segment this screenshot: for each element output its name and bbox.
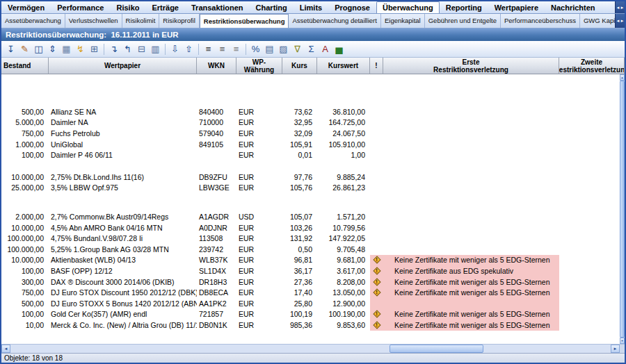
- column-header-waehrung[interactable]: WP-Währung: [236, 58, 282, 74]
- layout-icon[interactable]: ◫: [32, 42, 45, 56]
- cell-erste: Keine Zertifikate mit weniger als 5 EDG-…: [383, 309, 559, 320]
- column-header-zweite[interactable]: ZweiteRestriktionsverletzung: [559, 58, 625, 74]
- menu-item-transaktionen[interactable]: Transaktionen: [185, 1, 250, 13]
- tab-assetüberwachung-detailliert[interactable]: Assetüberwachung detailliert: [289, 14, 380, 28]
- edit-icon[interactable]: ✎: [18, 42, 31, 56]
- table-row[interactable]: 10,00Merck & Co. Inc. (New) / Altria Gro…: [1, 320, 620, 331]
- align-center-icon[interactable]: ≡: [216, 42, 229, 56]
- table-row[interactable]: 10.000,00Aktienbasket (WLB) 04/13WLB37KE…: [1, 255, 620, 266]
- table-row[interactable]: 1.000,00UniGlobal849105EUR105,91105.910,…: [1, 139, 620, 150]
- menu-item-charting[interactable]: Charting: [250, 1, 294, 13]
- sum-icon[interactable]: Σ: [305, 42, 318, 56]
- cell-kurs: 105,76: [282, 183, 317, 194]
- menu-item-vermögen[interactable]: Vermögen: [1, 1, 51, 13]
- column-header-wkn[interactable]: WKN: [197, 58, 236, 74]
- column-header-kurswert[interactable]: Kurswert: [317, 58, 370, 74]
- table-row[interactable]: 500,00DJ Euro STOXX 5 Bonus 1420 2012/12…: [1, 298, 620, 309]
- scroll-left-button[interactable]: ◄: [1, 345, 10, 353]
- tab-eigenkapital[interactable]: Eigenkapital: [381, 14, 425, 28]
- table-row[interactable]: 750,00DJ Euro STOX Discount 1950 2012/12…: [1, 287, 620, 298]
- horizontal-scrollbar[interactable]: ◄ ►: [1, 344, 625, 353]
- table-row[interactable]: 500,00Allianz SE NA840400EUR73,6236.810,…: [1, 106, 620, 117]
- vertical-scrollbar[interactable]: ▲ ▼: [620, 74, 625, 344]
- menu-item-reporting[interactable]: Reporting: [440, 1, 488, 13]
- cell-wertpapier: 4,75% Bundanl.V.98/07.28 Ii: [49, 233, 197, 244]
- vertical-scrollbar-thumb[interactable]: [620, 81, 625, 338]
- cell-wertpapier: Daimler NA: [49, 117, 197, 129]
- table-row[interactable]: 100.000,004,75% Bundanl.V.98/07.28 Ii113…: [1, 233, 620, 244]
- font-icon[interactable]: A: [319, 42, 332, 56]
- tab-verlustschwellen[interactable]: Verlustschwellen: [65, 14, 122, 28]
- cell-wkn: AA1PK2: [197, 298, 236, 309]
- menu-item-erträge[interactable]: Erträge: [145, 1, 185, 13]
- column-header-kurs[interactable]: Kurs: [282, 58, 317, 74]
- menu-item-risiko[interactable]: Risiko: [110, 1, 145, 13]
- table-row[interactable]: 100,00Daimler P 46 06/11EUR0,011,00: [1, 149, 620, 160]
- cell-wkn: A0DJNR: [197, 222, 236, 233]
- menu-overflow-button[interactable]: ◄►: [615, 1, 625, 13]
- menu-item-wertpapiere[interactable]: Wertpapiere: [488, 1, 545, 13]
- scroll-up-button[interactable]: ▲: [620, 74, 625, 81]
- tab-scroll-button[interactable]: ◄►: [615, 14, 625, 28]
- menu-item-performance[interactable]: Performance: [51, 1, 110, 13]
- table-row[interactable]: 100,00BASF (OPP) 12/12SL1D4XEUR36,173.61…: [1, 265, 620, 276]
- filter-icon[interactable]: ∇: [291, 42, 304, 56]
- table-row[interactable]: 10.000,002,75% Dt.Bk.Lond.Ihs 11(16)DB9Z…: [1, 172, 620, 183]
- column-header-wertpapier[interactable]: Wertpapier: [49, 58, 197, 74]
- cell-warn: [370, 172, 383, 183]
- align-left-icon[interactable]: ≡: [202, 42, 215, 56]
- cell-wertpapier: 2,75% Dt.Bk.Lond.Ihs 11(16): [49, 172, 197, 183]
- scroll-down-button[interactable]: ▼: [620, 338, 625, 344]
- refresh-icon[interactable]: ↯: [74, 42, 87, 56]
- table-row[interactable]: 300,00DAX ® Discount 3000 2014/06 (DKIB)…: [1, 276, 620, 288]
- column-label: Wertpapier: [104, 62, 141, 69]
- cell-zweite: [559, 128, 620, 139]
- delete-row-icon[interactable]: ↰: [121, 42, 134, 56]
- calendar-icon[interactable]: ▦: [60, 42, 73, 56]
- tab-restriktionsüberwachung[interactable]: Restriktionsüberwachung: [200, 14, 289, 28]
- sort-asc-icon[interactable]: ⇩: [168, 42, 182, 56]
- tab-gebühren-und-entgelte[interactable]: Gebühren und Entgelte: [425, 14, 501, 28]
- table-row[interactable]: 10.000,004,5% Abn AMRO Bank 04/16 MTNA0D…: [1, 222, 620, 233]
- insert-row-icon[interactable]: ↴: [107, 42, 120, 56]
- table-row[interactable]: 100.000,005,25% 1.Group Bank AG 03/28 MT…: [1, 244, 620, 255]
- menu-item-limits[interactable]: Limits: [294, 1, 328, 13]
- table-row[interactable]: 25.000,003,5% LBBW Opf.975LBW3GEEUR105,7…: [1, 183, 620, 194]
- tab-assetüberwachung[interactable]: Assetüberwachung: [1, 14, 65, 28]
- column-header-bestand[interactable]: Bestand: [1, 58, 49, 74]
- table-row[interactable]: 750,00Fuchs Petrolub579040EUR32,0924.067…: [1, 128, 620, 139]
- cell-kurs: 27,36: [282, 276, 317, 288]
- tab-risikolimit[interactable]: Risikolimit: [122, 14, 160, 28]
- row-height-icon[interactable]: ⇕: [46, 42, 59, 56]
- cell-kurs: 105,91: [282, 139, 317, 150]
- paste-icon[interactable]: ▨: [277, 42, 290, 56]
- menu-item-prognose[interactable]: Prognose: [328, 1, 376, 13]
- tab-gwg-kapitalbewegun[interactable]: GWG Kapitalbewegun: [580, 14, 615, 28]
- horizontal-scrollbar-track[interactable]: [10, 345, 611, 353]
- chart-icon[interactable]: ▅: [332, 42, 346, 56]
- tab-risikoprofil[interactable]: Risikoprofil: [159, 14, 199, 28]
- menu-item-überwachung[interactable]: Überwachung: [376, 1, 440, 13]
- column-header-erste[interactable]: ErsteRestriktionsverletzung: [383, 58, 559, 74]
- horizontal-scrollbar-thumb[interactable]: [390, 345, 483, 353]
- copy-icon[interactable]: ▤: [263, 42, 276, 56]
- cell-wkn: 721857: [197, 309, 236, 320]
- print-icon[interactable]: ⊞: [88, 42, 101, 56]
- column-header-warn[interactable]: !: [370, 58, 383, 74]
- scroll-right-button[interactable]: ►: [611, 345, 620, 353]
- export-icon[interactable]: ↧: [4, 42, 17, 56]
- percent-icon[interactable]: %: [249, 42, 262, 56]
- tab-performanceüberschuss[interactable]: Performanceüberschuss: [501, 14, 580, 28]
- sort-desc-icon[interactable]: ⇧: [182, 42, 195, 56]
- table-row[interactable]: 5.000,00Daimler NA710000EUR32,95164.725,…: [1, 117, 620, 129]
- align-right-icon[interactable]: ≡: [230, 42, 243, 56]
- cell-warn: [370, 222, 383, 233]
- cell-erste: [383, 149, 559, 160]
- table-row[interactable]: 2.000,002,7% Commonw.Bk Austr09/14RegsA1…: [1, 211, 620, 222]
- menu-item-nachrichten[interactable]: Nachrichten: [545, 1, 602, 13]
- table-row[interactable]: 100,00Gold Cer Ko(357) (AMR) endl721857E…: [1, 309, 620, 320]
- group-icon[interactable]: ⊟: [135, 42, 148, 56]
- cell-zweite: [559, 222, 620, 233]
- columns-icon[interactable]: ▥: [149, 42, 162, 56]
- cell-kurswert: 1.571,20: [317, 211, 370, 222]
